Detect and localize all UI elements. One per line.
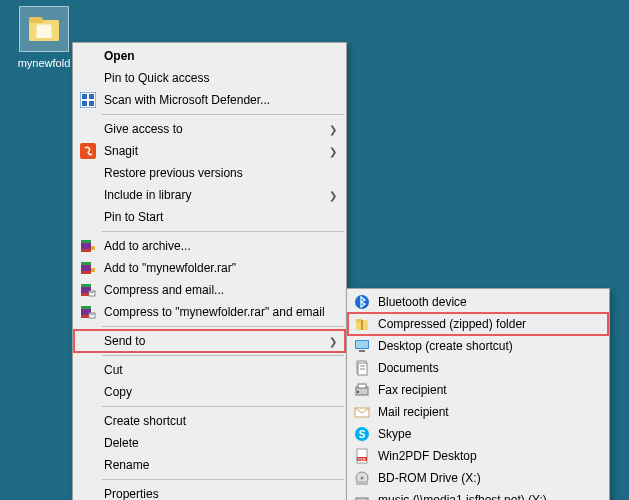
svg-rect-43 bbox=[356, 481, 368, 485]
svg-rect-10 bbox=[81, 262, 91, 265]
menu-item-label: Compress to "mynewfolder.rar" and email bbox=[104, 305, 337, 319]
svg-text:S: S bbox=[359, 429, 366, 440]
menu-item[interactable]: Add to "mynewfolder.rar" bbox=[74, 257, 345, 279]
snagit-icon bbox=[78, 142, 98, 160]
menu-item[interactable]: Copy bbox=[74, 381, 345, 403]
context-menu-sendto: Bluetooth deviceCompressed (zipped) fold… bbox=[346, 288, 610, 500]
blank-icon bbox=[78, 164, 98, 182]
menu-item[interactable]: Pin to Start bbox=[74, 206, 345, 228]
menu-item-label: Give access to bbox=[104, 122, 325, 136]
menu-item[interactable]: Pin to Quick access bbox=[74, 67, 345, 89]
context-menu-main: OpenPin to Quick accessScan with Microso… bbox=[72, 42, 347, 500]
menu-item[interactable]: Mail recipient bbox=[348, 401, 608, 423]
menu-item[interactable]: Open bbox=[74, 45, 345, 67]
menu-separator bbox=[102, 326, 344, 327]
menu-item-label: Create shortcut bbox=[104, 414, 337, 428]
menu-item[interactable]: Cut bbox=[74, 359, 345, 381]
menu-item-label: Open bbox=[104, 49, 337, 63]
menu-item-label: Send to bbox=[104, 334, 325, 348]
menu-item-label: Snagit bbox=[104, 144, 325, 158]
menu-item-label: Pin to Quick access bbox=[104, 71, 337, 85]
svg-rect-2 bbox=[37, 25, 52, 39]
blank-icon bbox=[78, 69, 98, 87]
blank-icon bbox=[78, 120, 98, 138]
rar-add-icon bbox=[78, 237, 98, 255]
menu-item-label: Rename bbox=[104, 458, 337, 472]
svg-rect-24 bbox=[361, 320, 363, 330]
menu-item[interactable]: Properties bbox=[74, 483, 345, 500]
menu-item[interactable]: Compressed (zipped) folder bbox=[348, 313, 608, 335]
menu-item[interactable]: Include in library❯ bbox=[74, 184, 345, 206]
netdrive-icon bbox=[352, 491, 372, 500]
menu-separator bbox=[102, 231, 344, 232]
menu-item[interactable]: Give access to❯ bbox=[74, 118, 345, 140]
menu-item[interactable]: Send to❯ bbox=[74, 330, 345, 352]
svg-rect-8 bbox=[91, 246, 95, 250]
menu-item[interactable]: music (\\media1.isfhost.net) (Y:) bbox=[348, 489, 608, 500]
rar-add-icon bbox=[78, 259, 98, 277]
menu-item-label: music (\\media1.isfhost.net) (Y:) bbox=[378, 493, 600, 500]
blank-icon bbox=[78, 383, 98, 401]
menu-item[interactable]: Fax recipient bbox=[348, 379, 608, 401]
menu-item-label: Copy bbox=[104, 385, 337, 399]
menu-item[interactable]: Desktop (create shortcut) bbox=[348, 335, 608, 357]
svg-point-42 bbox=[361, 477, 364, 480]
folder-icon bbox=[19, 6, 69, 52]
menu-item-label: Desktop (create shortcut) bbox=[378, 339, 600, 353]
menu-item-label: Documents bbox=[378, 361, 600, 375]
menu-item[interactable]: Bluetooth device bbox=[348, 291, 608, 313]
menu-item[interactable]: PDFWin2PDF Desktop bbox=[348, 445, 608, 467]
menu-item[interactable]: Compress and email... bbox=[74, 279, 345, 301]
documents-icon bbox=[352, 359, 372, 377]
svg-rect-11 bbox=[81, 271, 91, 274]
win2pdf-icon: PDF bbox=[352, 447, 372, 465]
blank-icon bbox=[78, 47, 98, 65]
menu-item-label: Compress and email... bbox=[104, 283, 337, 297]
chevron-right-icon: ❯ bbox=[329, 146, 337, 157]
menu-item-label: Include in library bbox=[104, 188, 325, 202]
rar-mail-icon bbox=[78, 303, 98, 321]
menu-item-label: Delete bbox=[104, 436, 337, 450]
svg-rect-4 bbox=[80, 143, 96, 159]
bluetooth-icon bbox=[352, 293, 372, 311]
menu-item[interactable]: Scan with Microsoft Defender... bbox=[74, 89, 345, 111]
menu-item[interactable]: Documents bbox=[348, 357, 608, 379]
menu-item[interactable]: Snagit❯ bbox=[74, 140, 345, 162]
menu-item[interactable]: Add to archive... bbox=[74, 235, 345, 257]
bd-icon bbox=[352, 469, 372, 487]
menu-item[interactable]: SSkype bbox=[348, 423, 608, 445]
menu-item[interactable]: Rename bbox=[74, 454, 345, 476]
blank-icon bbox=[78, 332, 98, 350]
menu-item[interactable]: Create shortcut bbox=[74, 410, 345, 432]
svg-rect-1 bbox=[29, 17, 43, 23]
menu-item[interactable]: Restore previous versions bbox=[74, 162, 345, 184]
menu-item-label: Fax recipient bbox=[378, 383, 600, 397]
blank-icon bbox=[78, 361, 98, 379]
chevron-right-icon: ❯ bbox=[329, 336, 337, 347]
menu-separator bbox=[102, 479, 344, 480]
svg-text:PDF: PDF bbox=[358, 457, 367, 462]
svg-rect-12 bbox=[91, 268, 95, 272]
blank-icon bbox=[78, 434, 98, 452]
menu-item-label: Win2PDF Desktop bbox=[378, 449, 600, 463]
folder-label: mynewfold bbox=[12, 57, 76, 69]
menu-item-label: Bluetooth device bbox=[378, 295, 600, 309]
menu-item-label: Pin to Start bbox=[104, 210, 337, 224]
blank-icon bbox=[78, 412, 98, 430]
desktop-folder[interactable]: mynewfold bbox=[12, 6, 76, 69]
menu-item-label: Compressed (zipped) folder bbox=[378, 317, 600, 331]
zip-icon bbox=[352, 315, 372, 333]
menu-separator bbox=[102, 355, 344, 356]
svg-rect-14 bbox=[81, 284, 91, 287]
blank-icon bbox=[78, 485, 98, 500]
menu-item[interactable]: BD-ROM Drive (X:) bbox=[348, 467, 608, 489]
menu-separator bbox=[102, 406, 344, 407]
menu-separator bbox=[102, 114, 344, 115]
menu-item[interactable]: Delete bbox=[74, 432, 345, 454]
menu-item-label: Properties bbox=[104, 487, 337, 500]
skype-icon: S bbox=[352, 425, 372, 443]
svg-rect-6 bbox=[81, 240, 91, 243]
svg-rect-33 bbox=[358, 384, 366, 388]
desktop-icon bbox=[352, 337, 372, 355]
menu-item[interactable]: Compress to "mynewfolder.rar" and email bbox=[74, 301, 345, 323]
